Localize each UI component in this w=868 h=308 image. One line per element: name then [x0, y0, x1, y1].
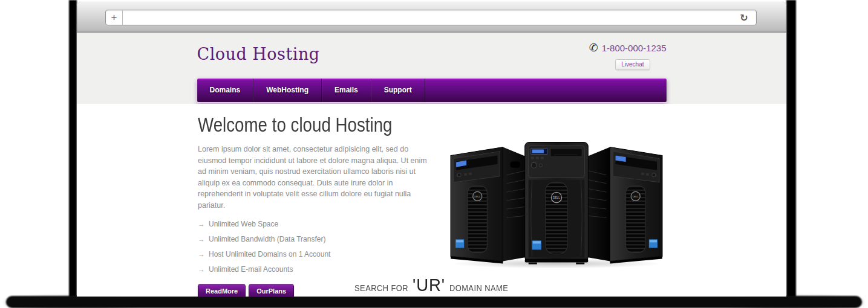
feature-label: Unlimited Bandwidth (Data Transfer): [209, 235, 325, 243]
phone-link[interactable]: ✆ 1-800-000-1235: [589, 42, 667, 53]
nav-item-domains[interactable]: Domains: [197, 79, 254, 102]
browser-toolbar: + ↻: [77, 1, 786, 33]
address-input[interactable]: [123, 10, 732, 25]
search-banner-suffix: DOMAIN NAME: [449, 283, 508, 293]
search-banner-highlight: 'UR': [413, 275, 445, 295]
arrow-icon: →: [198, 250, 205, 258]
feature-label: Unlimited Web Space: [209, 220, 278, 228]
url-bar[interactable]: + ↻: [105, 10, 757, 25]
domain-search-banner: SEARCH FOR 'UR' DOMAIN NAME: [77, 275, 786, 295]
livechat-button[interactable]: Livechat: [615, 59, 650, 70]
website-page: Cloud Hosting ✆ 1-800-000-1235 Livechat …: [77, 33, 786, 296]
hero-paragraph: Lorem ipsum dolor sit amet, consectetur …: [198, 144, 435, 211]
feature-label: Host Unlimited Domains on 1 Account: [209, 250, 330, 258]
hero-text-column: Welcome to cloud Hosting Lorem ipsum dol…: [198, 114, 440, 297]
main-nav: Domains WebHosting Emails Support: [197, 79, 667, 102]
phone-number: 1-800-000-1235: [602, 43, 667, 53]
site-header: Cloud Hosting ✆ 1-800-000-1235 Livechat …: [77, 33, 786, 104]
phone-icon: ✆: [589, 42, 598, 53]
window-shadow-right: [786, 0, 796, 297]
list-item: →Unlimited Bandwidth (Data Transfer): [198, 235, 440, 243]
browser-window: + ↻ Cloud Hosting ✆ 1-800-000-1235 Livec…: [77, 1, 786, 297]
search-banner-prefix: SEARCH FOR: [354, 283, 408, 293]
feature-list: →Unlimited Web Space →Unlimited Bandwidt…: [198, 220, 440, 274]
new-tab-plus-icon[interactable]: +: [106, 10, 123, 25]
arrow-icon: →: [198, 235, 205, 243]
svg-text:DELL: DELL: [553, 196, 560, 199]
servers-image: DELL: [447, 138, 666, 269]
list-item: →Unlimited E-mail Accounts: [198, 265, 440, 274]
refresh-icon[interactable]: ↻: [732, 12, 756, 24]
list-item: →Host Unlimited Domains on 1 Account: [198, 250, 440, 258]
nav-item-webhosting[interactable]: WebHosting: [253, 79, 322, 102]
arrow-icon: →: [198, 220, 205, 228]
template-preview-stage: + ↻ Cloud Hosting ✆ 1-800-000-1235 Livec…: [0, 0, 868, 308]
site-logo[interactable]: Cloud Hosting: [197, 45, 320, 63]
svg-text:DELL: DELL: [633, 195, 639, 198]
page-title: Welcome to cloud Hosting: [198, 114, 401, 136]
hero-section: Welcome to cloud Hosting Lorem ipsum dol…: [77, 104, 786, 296]
list-item: →Unlimited Web Space: [198, 220, 440, 228]
window-shadow-bottom: [6, 296, 862, 308]
nav-item-emails[interactable]: Emails: [322, 79, 371, 102]
feature-label: Unlimited E-mail Accounts: [209, 265, 293, 274]
svg-text:DELL: DELL: [474, 195, 481, 198]
nav-item-support[interactable]: Support: [371, 79, 425, 102]
window-shadow-left: [69, 0, 77, 297]
arrow-icon: →: [198, 265, 205, 274]
